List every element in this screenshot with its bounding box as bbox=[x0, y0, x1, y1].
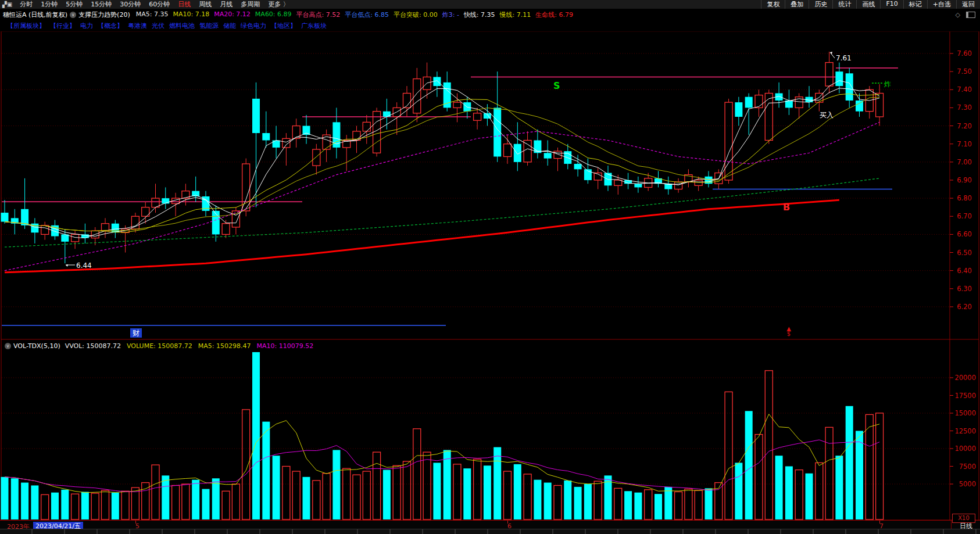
volume-value: MA10: 110079.52 bbox=[256, 342, 313, 350]
period-tab-15分钟[interactable]: 15分钟 bbox=[87, 0, 116, 9]
candle-up bbox=[131, 216, 139, 229]
volume-value: VVOL: 150087.72 bbox=[65, 342, 121, 350]
volume-bar-down bbox=[806, 474, 813, 519]
diamond-icon[interactable]: ◇ bbox=[956, 11, 960, 19]
volume-bar-down bbox=[433, 463, 441, 519]
indicator-value: 平台突破: 0.00 bbox=[394, 10, 438, 19]
volume-bar-up bbox=[152, 465, 159, 519]
indicator-value: 生命线: 6.79 bbox=[535, 10, 573, 19]
volume-bar-up bbox=[865, 414, 873, 519]
volume-bar-down bbox=[1, 477, 9, 519]
sector-link[interactable]: 电力 bbox=[80, 22, 93, 30]
toolbar-button-返回[interactable]: 返回 bbox=[956, 0, 980, 9]
volume-bar-down bbox=[252, 352, 260, 519]
period-tabs: 分时1分钟5分钟15分钟30分钟60分钟日线周线月线多周期更多 〉 bbox=[16, 0, 294, 9]
period-tab-1分钟[interactable]: 1分钟 bbox=[37, 0, 62, 9]
volume-bar-up bbox=[685, 489, 692, 519]
ma60-line bbox=[5, 178, 879, 247]
sector-link[interactable]: 广东板块 bbox=[301, 22, 327, 30]
volume-bar-up bbox=[353, 475, 360, 519]
price-axis-label: 7.50 bbox=[957, 67, 972, 76]
volume-axis-label: 15000 bbox=[954, 409, 976, 417]
price-axis-label: 7.10 bbox=[957, 140, 972, 148]
sector-link[interactable]: 【地区】 bbox=[271, 22, 296, 30]
candle-up bbox=[292, 126, 300, 139]
volume-header: ∨ VOL-TDX(5,10) VVOL: 150087.72VOLUME: 1… bbox=[2, 341, 319, 351]
period-tab-更多 〉[interactable]: 更多 〉 bbox=[264, 0, 294, 9]
toolbar-button-画线[interactable]: 画线 bbox=[856, 0, 880, 9]
volume-bar-down bbox=[745, 411, 753, 519]
app-icon: ▞▣ bbox=[2, 1, 12, 8]
volume-collapse-icon[interactable]: ∨ bbox=[5, 343, 11, 349]
period-tab-月线[interactable]: 月线 bbox=[216, 0, 237, 9]
sector-link[interactable]: 储能 bbox=[223, 22, 236, 30]
sector-link[interactable]: 【行业】 bbox=[50, 22, 76, 30]
volume-bar-up bbox=[453, 464, 461, 519]
period-tab-60分钟[interactable]: 60分钟 bbox=[145, 0, 174, 9]
sector-link[interactable]: 绿色电力 bbox=[241, 22, 266, 30]
volume-bar-down bbox=[212, 478, 220, 519]
toolbar-button-叠加[interactable]: 叠加 bbox=[785, 0, 809, 9]
volume-bar-up bbox=[172, 485, 180, 519]
indicator-name[interactable]: 支撑压力趋势(20) bbox=[78, 10, 130, 19]
indicator-value: 平台高点: 7.52 bbox=[296, 10, 341, 19]
cai-badge: 财 bbox=[130, 328, 142, 338]
candle-down bbox=[383, 112, 391, 117]
toolbar-button-统计[interactable]: 统计 bbox=[832, 0, 856, 9]
toolbar-button-标记[interactable]: 标记 bbox=[903, 0, 927, 9]
volume-bar-up bbox=[373, 452, 381, 519]
volume-indicator-name[interactable]: VOL-TDX(5,10) bbox=[13, 342, 60, 350]
candle-down bbox=[112, 224, 119, 233]
volume-bar-down bbox=[856, 431, 863, 520]
volume-bar-up bbox=[182, 484, 189, 519]
sector-link[interactable]: 燃料电池 bbox=[169, 22, 195, 30]
sector-link[interactable]: 氢能源 bbox=[199, 22, 219, 30]
candle-up bbox=[504, 144, 512, 157]
price-axis-label: 7.40 bbox=[957, 85, 972, 94]
period-tab-日线[interactable]: 日线 bbox=[174, 0, 195, 9]
toolbar-button-F10[interactable]: F10 bbox=[880, 0, 903, 9]
period-tab-5分钟[interactable]: 5分钟 bbox=[62, 0, 87, 9]
zha-marker: 炸 bbox=[884, 80, 891, 88]
price-axis-label: 6.80 bbox=[957, 194, 972, 202]
price-axis-label: 7.30 bbox=[957, 103, 972, 112]
volume-bar-down bbox=[574, 487, 582, 519]
toolbar-button-复权[interactable]: 复权 bbox=[761, 0, 785, 9]
split-window-icon[interactable] bbox=[966, 12, 975, 18]
buy-marker-b: B bbox=[783, 202, 790, 213]
candle-up bbox=[474, 113, 481, 120]
sector-links-row: 【所属板块】【行业】电力【概念】粤港澳光伏燃料电池氢能源储能绿色电力【地区】广东… bbox=[0, 20, 980, 31]
period-tab-30分钟[interactable]: 30分钟 bbox=[116, 0, 145, 9]
sector-link[interactable]: 【概念】 bbox=[98, 22, 123, 30]
indicator-value: MA5: 7.35 bbox=[136, 10, 169, 19]
volume-bar-up bbox=[282, 467, 290, 520]
candle-up bbox=[222, 224, 230, 235]
sector-link[interactable]: 粤港澳 bbox=[128, 22, 147, 30]
low-label: 6.44 bbox=[76, 261, 92, 270]
sector-link[interactable]: 光伏 bbox=[152, 22, 164, 30]
period-tab-周线[interactable]: 周线 bbox=[195, 0, 216, 9]
collapse-chevron-icon[interactable]: ∨ bbox=[70, 12, 76, 18]
toolbar-button-+自选[interactable]: +自选 bbox=[927, 0, 956, 9]
period-tab-多周期[interactable]: 多周期 bbox=[237, 0, 264, 9]
price-axis-label: 6.60 bbox=[957, 230, 972, 238]
volume-value: MA5: 150298.47 bbox=[198, 342, 251, 350]
sector-links: 【所属板块】【行业】电力【概念】粤港澳光伏燃料电池氢能源储能绿色电力【地区】广东… bbox=[7, 21, 331, 30]
period-tab-分时[interactable]: 分时 bbox=[16, 0, 37, 9]
volume-bar-down bbox=[624, 491, 632, 519]
volume-bar-up bbox=[313, 481, 320, 519]
toolbar-button-历史[interactable]: 历史 bbox=[809, 0, 832, 9]
volume-bar-up bbox=[363, 471, 370, 519]
volume-bar-up bbox=[765, 371, 772, 519]
sector-link[interactable]: 【所属板块】 bbox=[7, 22, 45, 30]
volume-bar-down bbox=[51, 493, 59, 519]
volume-bar-down bbox=[162, 475, 169, 519]
indicator-value: 炸3: - bbox=[442, 10, 459, 19]
main-chart[interactable]: 7.607.507.407.307.207.107.006.906.806.70… bbox=[0, 0, 980, 534]
volume-bar-down bbox=[61, 490, 69, 519]
volume-bar-up bbox=[142, 483, 149, 519]
volume-bar-up bbox=[413, 429, 421, 519]
indicator-values: MA5: 7.35MA10: 7.18MA20: 7.12MA60: 6.89平… bbox=[136, 10, 578, 19]
candle-up bbox=[524, 140, 531, 162]
volume-bar-down bbox=[534, 480, 541, 519]
